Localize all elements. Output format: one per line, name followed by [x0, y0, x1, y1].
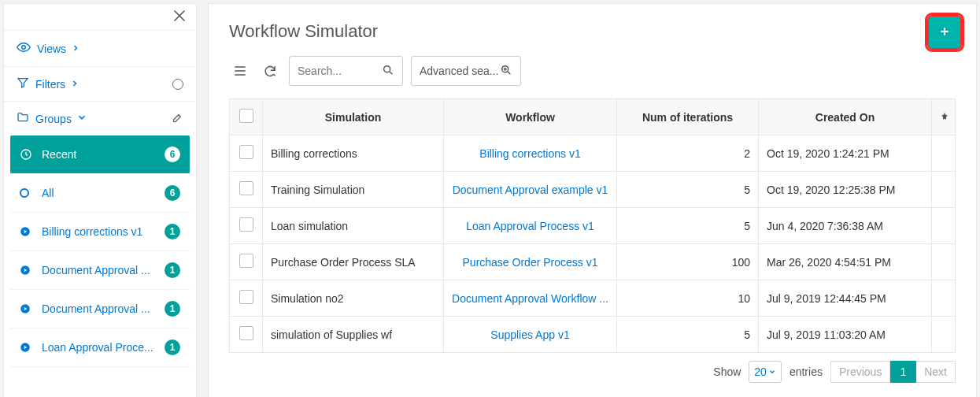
col-workflow[interactable]: Workflow [444, 99, 617, 135]
col-iterations[interactable]: Num of iterations [617, 99, 759, 135]
entries-label: entries [790, 365, 823, 378]
menu-icon[interactable] [229, 60, 251, 82]
close-icon[interactable] [174, 11, 185, 24]
sidebar-item-label: Recent [42, 148, 76, 161]
table-row[interactable]: Purchase Order Process SLAPurchase Order… [230, 244, 956, 280]
row-checkbox-cell [230, 172, 263, 208]
views-label: Views [37, 43, 66, 55]
play-circle-icon [20, 342, 34, 353]
col-created-on[interactable]: Created On [759, 99, 932, 135]
cell-iterations: 100 [617, 244, 759, 280]
clock-icon [20, 148, 34, 161]
page-title: Workflow Simulator [229, 21, 956, 42]
advanced-search-label: Advanced sea... [420, 65, 500, 77]
svg-point-6 [384, 65, 390, 72]
groups-label: Groups [35, 113, 72, 125]
cell-simulation: Simulation no2 [263, 280, 444, 317]
sidebar-item-workflow[interactable]: Document Approval ... 1 [10, 251, 190, 290]
row-checkbox[interactable] [239, 181, 253, 195]
cell-iterations: 5 [617, 208, 759, 244]
page-size-value: 20 [754, 365, 767, 378]
sidebar-section-filters[interactable]: Filters [4, 66, 196, 101]
sidebar-item-label: Document Approval ... [42, 264, 150, 276]
sidebar-item-workflow[interactable]: Document Approval ... 1 [10, 290, 190, 328]
cell-simulation: Loan simulation [263, 208, 444, 244]
table-row[interactable]: Billing correctionsBilling corrections v… [230, 135, 956, 172]
count-badge: 1 [165, 262, 180, 278]
add-button[interactable] [929, 17, 960, 48]
sidebar-item-workflow[interactable]: Billing corrections v1 1 [10, 213, 190, 251]
table-row[interactable]: simulation of Supplies wfSupplies App v1… [230, 317, 956, 353]
table-row[interactable]: Loan simulationLoan Approval Process v15… [230, 208, 956, 244]
chevron-right-icon [70, 78, 80, 91]
simulations-table: Simulation Workflow Num of iterations Cr… [229, 98, 956, 353]
circle-icon [20, 188, 34, 198]
workflow-link[interactable]: Loan Approval Process v1 [466, 220, 594, 232]
col-pin[interactable] [932, 99, 956, 135]
count-badge: 6 [165, 185, 180, 201]
row-checkbox[interactable] [239, 217, 253, 232]
chevron-right-icon [71, 43, 80, 55]
count-badge: 6 [165, 147, 180, 162]
count-badge: 1 [165, 224, 180, 239]
play-circle-icon [20, 303, 34, 314]
table-row[interactable]: Simulation no2Document Approval Workflow… [230, 280, 956, 317]
pager: Show 20 entries Previous 1 Next [229, 361, 956, 383]
workflow-link[interactable]: Billing corrections v1 [479, 147, 580, 160]
cell-iterations: 2 [617, 135, 759, 172]
sidebar-item-label: All [42, 187, 54, 199]
chevron-down-icon [76, 112, 87, 125]
plus-icon [938, 25, 951, 40]
sidebar-item-workflow[interactable]: Loan Approval Proce... 1 [10, 328, 190, 367]
workflow-link[interactable]: Supplies App v1 [490, 328, 569, 341]
toolbar: Advanced sea... [229, 56, 956, 86]
cell-pin [932, 208, 956, 244]
cell-simulation: Purchase Order Process SLA [263, 244, 444, 280]
filters-label: Filters [35, 78, 65, 91]
row-checkbox[interactable] [239, 254, 253, 268]
workflow-link[interactable]: Document Approval example v1 [453, 184, 608, 196]
cell-workflow: Loan Approval Process v1 [444, 208, 617, 244]
status-indicator-icon [172, 79, 183, 90]
cell-workflow: Billing corrections v1 [444, 135, 617, 172]
group-list: Recent 6 All 6 Billing corrections v1 1 [4, 135, 196, 373]
main-panel: Workflow Simulator Advanced sea... [208, 3, 977, 397]
page-number-button[interactable]: 1 [890, 361, 916, 383]
cell-iterations: 5 [617, 317, 759, 353]
cell-iterations: 5 [617, 172, 759, 208]
col-simulation[interactable]: Simulation [263, 99, 444, 135]
cell-workflow: Document Approval example v1 [444, 172, 617, 208]
eye-icon [17, 40, 31, 57]
page-size-select[interactable]: 20 [749, 361, 782, 383]
cell-pin [932, 280, 956, 317]
table-row[interactable]: Training SimulationDocument Approval exa… [230, 172, 956, 208]
cell-created-on: Jul 9, 2019 11:03:20 AM [759, 317, 932, 353]
cell-simulation: Training Simulation [263, 172, 444, 208]
prev-page-button[interactable]: Previous [830, 361, 890, 383]
row-checkbox-cell [230, 135, 263, 172]
search-input[interactable] [298, 65, 382, 77]
search-icon[interactable] [382, 64, 394, 79]
advanced-search-button[interactable]: Advanced sea... [411, 56, 521, 86]
workflow-link[interactable]: Purchase Order Process v1 [463, 256, 598, 269]
refresh-icon[interactable] [259, 60, 281, 82]
svg-point-0 [22, 46, 26, 50]
sidebar-section-views[interactable]: Views [4, 30, 196, 66]
next-page-button[interactable]: Next [916, 361, 956, 383]
edit-icon[interactable] [172, 112, 183, 126]
count-badge: 1 [165, 301, 180, 317]
workflow-link[interactable]: Document Approval Workflow ... [452, 292, 608, 305]
row-checkbox[interactable] [239, 290, 253, 304]
cell-workflow: Document Approval Workflow ... [444, 280, 617, 317]
folder-icon [17, 111, 29, 126]
select-all-checkbox[interactable] [239, 109, 253, 123]
filter-icon [17, 76, 29, 91]
sidebar-item-recent[interactable]: Recent 6 [10, 135, 190, 174]
cell-pin [932, 317, 956, 353]
row-checkbox[interactable] [239, 326, 253, 340]
cell-pin [932, 244, 956, 280]
sidebar-item-all[interactable]: All 6 [10, 174, 190, 213]
cell-pin [932, 172, 956, 208]
sidebar-section-groups[interactable]: Groups [4, 101, 196, 135]
row-checkbox[interactable] [239, 145, 253, 159]
